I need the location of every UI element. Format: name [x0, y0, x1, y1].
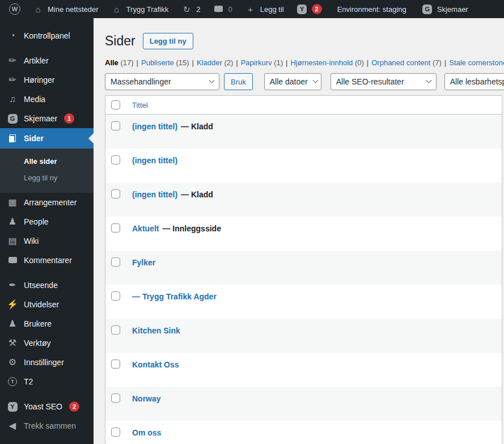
view-count: (15) — [176, 58, 189, 67]
sidebar-item-skjemaer[interactable]: GSkjemaer1 — [0, 109, 94, 128]
sidebar-item-brukere[interactable]: ♟Brukere — [0, 314, 94, 333]
sidebar-item-people[interactable]: ♟People — [0, 212, 94, 231]
view-filter-link[interactable]: Kladder (2) — [197, 58, 233, 67]
icon-wrap — [7, 258, 18, 263]
t2-icon: T — [8, 377, 17, 386]
updates-icon: ↻ — [181, 5, 192, 14]
admin-bar-item-updates[interactable]: ↻2 — [175, 0, 206, 18]
settings-icon: ⚙ — [7, 358, 18, 367]
admin-bar-label: Trygg Trafikk — [126, 5, 169, 14]
select-all-checkbox[interactable] — [111, 100, 120, 109]
sidebar-item-label: Wiki — [24, 236, 39, 246]
view-count: (0) — [355, 58, 364, 67]
gravity-forms-icon: G — [8, 114, 18, 124]
page-title-link[interactable]: Norway — [132, 394, 161, 403]
page-title-link[interactable]: (ingen tittel) — [132, 190, 177, 199]
view-filter-link[interactable]: Hjørnesten-innhold (0) — [290, 58, 363, 67]
sidebar-item-label: Yoast SEO — [24, 402, 62, 411]
admin-bar-label: Environment: staging — [337, 5, 406, 14]
view-separator: | — [137, 58, 138, 67]
admin-bar-item-environment: Environment: staging — [328, 0, 416, 18]
view-filter-link[interactable]: Orphaned content (7) — [371, 58, 442, 67]
admin-bar-item-gravity-forms[interactable]: GSkjemaer — [416, 0, 475, 18]
sidebar-item-utvidelser[interactable]: ⚡Utvidelser — [0, 295, 94, 314]
admin-bar-item-site-name[interactable]: ⌂Trygg Trafikk — [105, 0, 175, 18]
sidebar-item-label: Sider — [24, 134, 44, 143]
admin-bar-item-comments[interactable]: 0 — [207, 0, 239, 18]
sidebar-item-trekk-sammen[interactable]: ◀Trekk sammen — [0, 416, 94, 435]
row-checkbox[interactable] — [111, 189, 120, 198]
page-title-link[interactable]: (ingen tittel) — [132, 122, 177, 131]
row-checkbox[interactable] — [111, 325, 120, 335]
sidebar-item-arrangementer[interactable]: ▦Arrangementer — [0, 193, 94, 212]
sidebar-item-utseende[interactable]: ✒Utseende — [0, 276, 94, 295]
view-filter-link[interactable]: Stale cornerstone content — [449, 58, 504, 67]
chevron-down-icon — [426, 77, 431, 83]
admin-bar-item-my-sites[interactable]: ⌂Mine nettsteder — [26, 0, 105, 18]
admin-bar-item-yoast[interactable]: Y2 — [290, 0, 328, 18]
icon-wrap: ◀ — [7, 421, 18, 430]
page-title-link[interactable]: Kontakt Oss — [132, 360, 179, 369]
pages-icon — [9, 134, 16, 142]
submenu-item-alle-sider[interactable]: Alle sider — [0, 153, 94, 170]
table-row: Kontakt Oss — [105, 353, 502, 387]
submenu-item-legg-til-ny[interactable]: Legg til ny — [0, 170, 94, 186]
icon-wrap: ↻ — [181, 5, 192, 14]
view-count: (7) — [433, 58, 442, 67]
readability-filter-select[interactable]: Alle lesbarhetspoeng — [444, 73, 504, 90]
admin-bar-label: Legg til — [260, 5, 284, 14]
admin-bar-item-new-content[interactable]: +Legg til — [239, 0, 290, 18]
sidebar-item-t2[interactable]: TT2 — [0, 372, 94, 391]
admin-bar-item-wp-logo[interactable]: W — [0, 0, 26, 18]
sidebar-item-kommentarer[interactable]: Kommentarer — [0, 251, 94, 270]
table-row: (ingen tittel)— Kladd — [105, 183, 502, 217]
row-checkbox[interactable] — [111, 257, 120, 267]
row-checkbox[interactable] — [111, 291, 120, 301]
sidebar-item-media[interactable]: ♫Media — [0, 90, 94, 109]
comment-icon — [9, 257, 17, 263]
icon-wrap: ⌂ — [32, 5, 44, 14]
row-checkbox[interactable] — [111, 223, 120, 232]
add-new-page-button[interactable]: Legg til ny — [143, 33, 193, 49]
view-filter-link[interactable]: Publiserte (15) — [141, 58, 189, 67]
post-state: — Innleggsside — [162, 224, 221, 233]
view-label: Alle — [105, 58, 118, 67]
row-checkbox[interactable] — [111, 155, 120, 164]
view-filter-link[interactable]: Alle (17) — [105, 58, 134, 67]
icon-wrap: ◔ — [7, 31, 18, 40]
sidebar-item-innstillinger[interactable]: ⚙Innstillinger — [0, 353, 94, 372]
sidebar-item-yoast-seo[interactable]: YYoast SEO2 — [0, 397, 94, 416]
seo-filter-select[interactable]: Alle SEO-resultater — [331, 73, 437, 90]
sidebar-item-label: Innstillinger — [24, 358, 64, 367]
sidebar-item-artikler[interactable]: ✏Artikler — [0, 51, 94, 70]
sidebar-submenu: Alle siderLegg til ny — [0, 149, 94, 193]
view-label: Hjørnesten-innhold — [290, 58, 353, 67]
page-title-link[interactable]: Om oss — [132, 428, 161, 437]
view-label: Papirkurv — [241, 58, 272, 67]
apply-button[interactable]: Bruk — [224, 73, 253, 90]
column-header-title[interactable]: Tittel — [132, 101, 148, 109]
view-filter-link[interactable]: Papirkurv (1) — [241, 58, 283, 67]
page-title-link[interactable]: — Trygg Trafikk Agder — [132, 292, 217, 301]
row-checkbox[interactable] — [111, 394, 120, 403]
icon-wrap: + — [245, 5, 256, 14]
collapse-icon: ◀ — [7, 421, 18, 430]
date-filter-select[interactable]: Alle datoer — [264, 73, 321, 90]
row-checkbox[interactable] — [111, 428, 120, 437]
row-checkbox[interactable] — [111, 360, 120, 369]
page-title-link[interactable]: Kitchen Sink — [132, 326, 180, 335]
sidebar-item-h-ringer[interactable]: ✏Høringer — [0, 70, 94, 90]
page-title-link[interactable]: Fylker — [132, 258, 155, 267]
icon-wrap: ♟ — [7, 217, 18, 226]
view-label: Orphaned content — [371, 58, 430, 67]
sidebar-item-sider[interactable]: Sider — [0, 128, 94, 149]
bulk-actions-select[interactable]: Massehandlinger — [105, 73, 219, 90]
row-checkbox[interactable] — [111, 121, 120, 130]
sidebar-item-wiki[interactable]: ▤Wiki — [0, 231, 94, 251]
page-title-link[interactable]: Aktuelt — [132, 224, 159, 233]
home-icon: ⌂ — [112, 5, 122, 14]
sidebar-item-verkt-y[interactable]: ⚒Verktøy — [0, 333, 94, 353]
pages-list-table: Tittel (ingen tittel)— Kladd(ingen titte… — [105, 95, 502, 444]
page-title-link[interactable]: (ingen tittel) — [132, 156, 177, 165]
sidebar-item-kontrollpanel[interactable]: ◔Kontrollpanel — [0, 26, 94, 45]
